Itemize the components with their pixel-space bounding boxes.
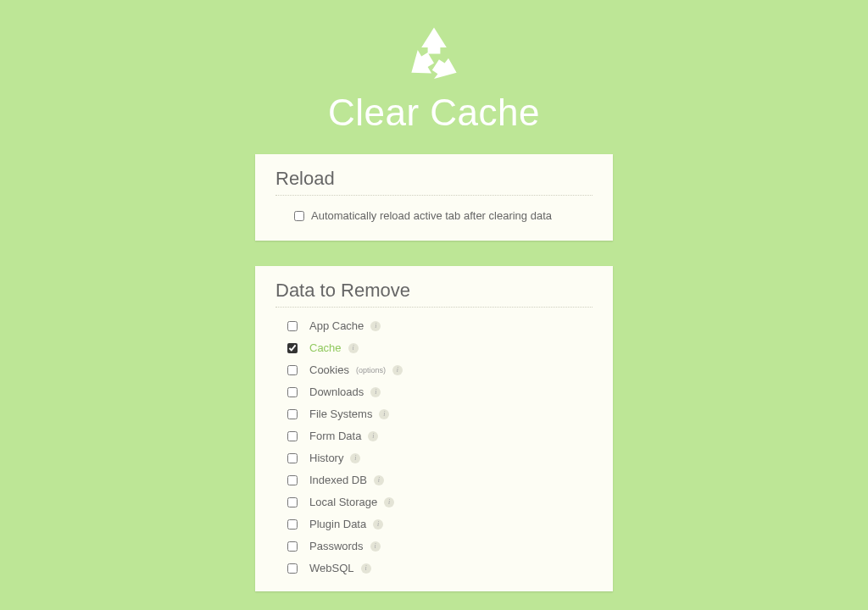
info-icon[interactable]: i [370, 387, 381, 397]
info-icon[interactable]: i [348, 343, 359, 353]
data-option[interactable]: Historyi [287, 452, 593, 464]
data-option[interactable]: WebSQLi [287, 562, 593, 574]
info-icon[interactable]: i [370, 541, 381, 552]
data-option-label: Cookies [309, 363, 349, 376]
page: Clear Cache Reload Automatically reload … [0, 0, 868, 610]
data-option[interactable]: Cookies(options)i [287, 363, 593, 376]
data-option-label: Local Storage [309, 496, 377, 508]
data-to-remove-card: Data to Remove App CacheiCacheiCookies(o… [255, 266, 613, 591]
data-option-checkbox[interactable] [287, 563, 298, 574]
auto-reload-checkbox[interactable] [294, 211, 304, 221]
data-option-label: Cache [309, 341, 342, 354]
data-option-checkbox[interactable] [287, 497, 298, 507]
page-title: Clear Cache [328, 92, 540, 134]
data-option[interactable]: Cachei [287, 341, 593, 354]
data-option-checkbox[interactable] [287, 409, 298, 419]
info-icon[interactable]: i [384, 497, 394, 507]
data-option-checkbox[interactable] [287, 475, 298, 485]
data-option-label: Plugin Data [309, 518, 366, 530]
data-option-label: File Systems [309, 408, 372, 420]
data-option-label: History [309, 452, 343, 464]
data-option-checkbox[interactable] [287, 453, 298, 463]
data-option[interactable]: Indexed DBi [287, 474, 593, 486]
info-icon[interactable]: i [361, 563, 371, 574]
divider [275, 307, 593, 308]
data-to-remove-heading: Data to Remove [275, 280, 593, 302]
info-icon[interactable]: i [368, 431, 378, 441]
data-option[interactable]: File Systemsi [287, 408, 593, 420]
recycle-icon [403, 24, 465, 86]
divider [275, 195, 593, 196]
info-icon[interactable]: i [374, 475, 384, 485]
info-icon[interactable]: i [370, 321, 381, 331]
data-option-checkbox[interactable] [287, 365, 298, 375]
data-option-checkbox[interactable] [287, 321, 298, 331]
auto-reload-option[interactable]: Automatically reload active tab after cl… [275, 208, 593, 224]
data-option-checkbox[interactable] [287, 431, 298, 441]
data-option-label: Passwords [309, 540, 364, 552]
data-option[interactable]: Passwordsi [287, 540, 593, 552]
data-option[interactable]: App Cachei [287, 319, 593, 332]
data-to-remove-list: App CacheiCacheiCookies(options)iDownloa… [275, 319, 593, 574]
data-option-label: Form Data [309, 430, 361, 442]
data-option-label: WebSQL [309, 562, 354, 574]
info-icon[interactable]: i [392, 365, 403, 375]
auto-reload-label: Automatically reload active tab after cl… [311, 209, 552, 222]
data-option-checkbox[interactable] [287, 387, 298, 397]
info-icon[interactable]: i [379, 409, 389, 419]
info-icon[interactable]: i [373, 519, 383, 530]
info-icon[interactable]: i [350, 453, 360, 463]
data-option-label: Indexed DB [309, 474, 367, 486]
data-option-label: Downloads [309, 385, 364, 398]
data-option-checkbox[interactable] [287, 343, 298, 353]
data-option[interactable]: Form Datai [287, 430, 593, 442]
data-option[interactable]: Plugin Datai [287, 518, 593, 530]
data-option[interactable]: Downloadsi [287, 385, 593, 398]
options-link[interactable]: (options) [356, 366, 386, 374]
reload-card: Reload Automatically reload active tab a… [255, 154, 613, 241]
data-option-checkbox[interactable] [287, 541, 298, 552]
data-option[interactable]: Local Storagei [287, 496, 593, 508]
reload-heading: Reload [275, 168, 593, 190]
data-option-label: App Cache [309, 319, 364, 332]
hero: Clear Cache [328, 24, 540, 154]
data-option-checkbox[interactable] [287, 519, 298, 530]
